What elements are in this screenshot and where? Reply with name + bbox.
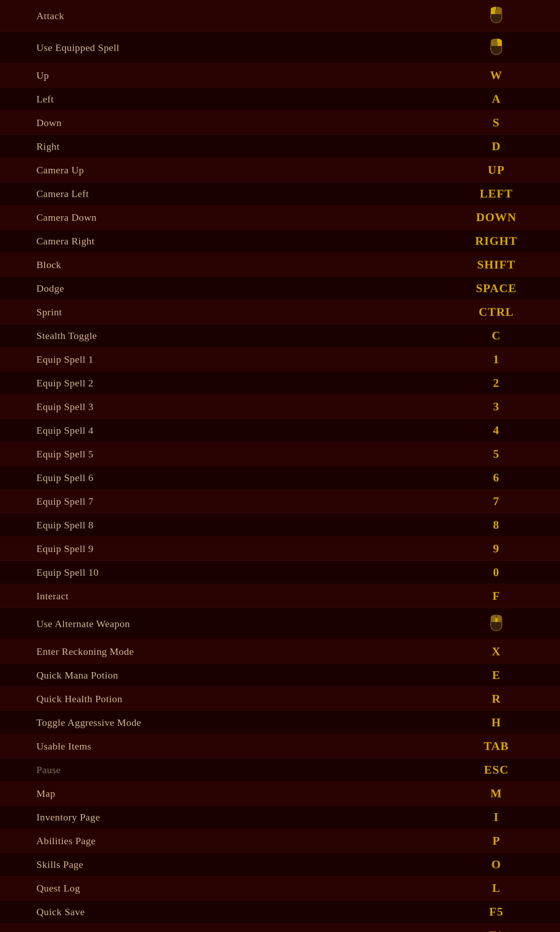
keybinding-row[interactable]: DodgeSPACE xyxy=(0,277,560,300)
key-binding[interactable]: F9 xyxy=(469,929,524,932)
key-binding[interactable]: DOWN xyxy=(469,211,524,224)
action-name: Equip Spell 4 xyxy=(36,425,94,436)
key-binding[interactable]: R xyxy=(469,692,524,706)
key-binding[interactable]: D xyxy=(469,140,524,153)
action-name: Equip Spell 2 xyxy=(36,377,94,389)
keybinding-row[interactable]: Equip Spell 33 xyxy=(0,395,560,419)
action-name: Up xyxy=(36,70,49,81)
keybinding-row[interactable]: Camera RightRIGHT xyxy=(0,229,560,253)
keybinding-row[interactable]: LeftA xyxy=(0,87,560,111)
action-name: Down xyxy=(36,117,62,129)
key-binding[interactable]: X xyxy=(469,645,524,658)
keybinding-row[interactable]: Quick Mana PotionE xyxy=(0,664,560,687)
keybinding-row[interactable]: Equip Spell 44 xyxy=(0,419,560,442)
keybinding-row[interactable]: Equip Spell 100 xyxy=(0,561,560,584)
action-name: Equip Spell 5 xyxy=(36,448,94,460)
keybinding-row[interactable]: Usable ItemsTAB xyxy=(0,734,560,758)
key-binding[interactable]: 9 xyxy=(469,542,524,556)
key-binding[interactable]: UP xyxy=(469,163,524,177)
key-binding[interactable]: SHIFT xyxy=(469,258,524,272)
svg-rect-8 xyxy=(495,618,498,623)
svg-rect-2 xyxy=(495,10,498,15)
action-name: Inventory Page xyxy=(36,811,100,823)
keybinding-row[interactable]: Quick SaveF5 xyxy=(0,900,560,924)
keybinding-row[interactable]: Equip Spell 55 xyxy=(0,442,560,466)
keybinding-row[interactable]: Use Equipped Spell xyxy=(0,32,560,64)
key-binding[interactable]: F xyxy=(469,589,524,603)
key-binding[interactable]: 5 xyxy=(469,447,524,461)
key-binding[interactable]: 0 xyxy=(469,566,524,579)
key-binding[interactable]: 8 xyxy=(469,518,524,532)
action-name: Dodge xyxy=(36,283,64,294)
action-name: Camera Left xyxy=(36,188,89,200)
key-binding[interactable]: E xyxy=(469,669,524,682)
action-name: Block xyxy=(36,259,61,271)
action-name: Interact xyxy=(36,590,69,602)
mouse-icon xyxy=(488,613,505,633)
keybinding-row[interactable]: Inventory PageI xyxy=(0,805,560,829)
keybinding-row[interactable]: Skills PageO xyxy=(0,853,560,876)
keybinding-row[interactable]: Equip Spell 22 xyxy=(0,371,560,395)
keybinding-row[interactable]: PauseESC xyxy=(0,758,560,782)
key-binding[interactable] xyxy=(469,36,524,59)
keybinding-row[interactable]: Quick Health PotionR xyxy=(0,687,560,711)
key-binding[interactable]: C xyxy=(469,329,524,343)
keybinding-row[interactable]: Quick LoadF9 xyxy=(0,924,560,932)
key-binding[interactable]: RIGHT xyxy=(469,234,524,248)
key-binding[interactable]: L xyxy=(469,881,524,895)
keybinding-row[interactable]: Camera DownDOWN xyxy=(0,206,560,229)
keybinding-row[interactable]: Equip Spell 88 xyxy=(0,513,560,537)
key-binding[interactable]: W xyxy=(469,69,524,82)
key-binding[interactable]: 1 xyxy=(469,353,524,366)
key-binding[interactable]: TAB xyxy=(469,740,524,753)
keybinding-row[interactable]: MapM xyxy=(0,782,560,805)
key-binding[interactable]: S xyxy=(469,116,524,130)
key-binding[interactable]: M xyxy=(469,787,524,800)
key-binding[interactable]: P xyxy=(469,834,524,848)
keybinding-row[interactable]: SprintCTRL xyxy=(0,300,560,324)
key-binding[interactable]: O xyxy=(469,858,524,871)
key-binding[interactable]: 2 xyxy=(469,376,524,390)
key-binding[interactable]: ESC xyxy=(469,763,524,777)
keybinding-row[interactable]: Equip Spell 11 xyxy=(0,348,560,371)
action-name: Camera Down xyxy=(36,212,97,223)
keybinding-row[interactable]: Equip Spell 66 xyxy=(0,466,560,490)
key-binding[interactable]: 4 xyxy=(469,424,524,437)
action-name: Abilities Page xyxy=(36,835,96,847)
keybinding-row[interactable]: Equip Spell 99 xyxy=(0,537,560,561)
keybinding-row[interactable]: Equip Spell 77 xyxy=(0,490,560,513)
keybinding-row[interactable]: Stealth ToggleC xyxy=(0,324,560,348)
keybinding-row[interactable]: Enter Reckoning ModeX xyxy=(0,640,560,664)
keybinding-list: Attack Use Equipped Spell UpWLeftADownSR… xyxy=(0,0,560,932)
keybinding-row[interactable]: RightD xyxy=(0,135,560,158)
keybinding-row[interactable]: UpW xyxy=(0,64,560,87)
key-binding[interactable]: H xyxy=(469,716,524,729)
key-binding[interactable]: 3 xyxy=(469,400,524,414)
key-binding[interactable]: A xyxy=(469,92,524,106)
keybinding-row[interactable]: Attack xyxy=(0,0,560,32)
keybinding-row[interactable]: InteractF xyxy=(0,584,560,608)
key-binding[interactable] xyxy=(469,613,524,635)
keybinding-row[interactable]: Use Alternate Weapon xyxy=(0,608,560,640)
key-binding[interactable]: CTRL xyxy=(469,305,524,319)
action-name: Quest Log xyxy=(36,882,80,894)
keybinding-row[interactable]: Quest LogL xyxy=(0,876,560,900)
key-binding[interactable]: LEFT xyxy=(469,187,524,201)
key-binding[interactable]: SPACE xyxy=(469,282,524,295)
keybinding-row[interactable]: Camera LeftLEFT xyxy=(0,182,560,206)
key-binding[interactable]: 6 xyxy=(469,471,524,485)
action-name: Sprint xyxy=(36,306,62,318)
action-name: Equip Spell 8 xyxy=(36,519,94,531)
keybinding-row[interactable]: Abilities PageP xyxy=(0,829,560,853)
key-binding[interactable]: 7 xyxy=(469,495,524,508)
svg-rect-5 xyxy=(495,42,498,46)
action-name: Use Alternate Weapon xyxy=(36,618,130,630)
key-binding[interactable] xyxy=(469,5,524,27)
keybinding-row[interactable]: Toggle Aggressive ModeH xyxy=(0,711,560,734)
action-name: Equip Spell 6 xyxy=(36,472,94,484)
key-binding[interactable]: F5 xyxy=(469,905,524,919)
keybinding-row[interactable]: BlockSHIFT xyxy=(0,253,560,277)
keybinding-row[interactable]: DownS xyxy=(0,111,560,135)
key-binding[interactable]: I xyxy=(469,810,524,824)
keybinding-row[interactable]: Camera UpUP xyxy=(0,158,560,182)
